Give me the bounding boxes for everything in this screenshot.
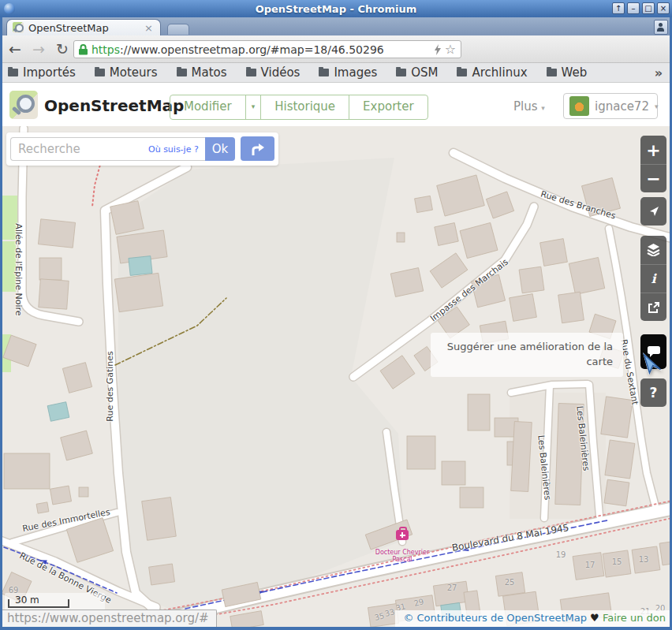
status-bubble: https://www.openstreetmap.org/# (0, 609, 217, 627)
bookmark-folder-web[interactable]: Web (547, 65, 588, 80)
house-number: 13 (639, 555, 649, 564)
turn-arrow-icon (249, 140, 267, 158)
back-icon[interactable]: ← (5, 39, 25, 59)
search-submit-button[interactable]: Ok (205, 137, 235, 161)
folder-icon (319, 69, 329, 76)
close-window-button[interactable]: × (657, 2, 670, 14)
doctor-poi-icon (396, 530, 409, 540)
bookmarks-overflow-chevron[interactable]: » (655, 65, 663, 80)
street-label: Rue des Gatines (105, 351, 115, 421)
tab-openstreetmap[interactable]: OpenStreetMap × (6, 19, 161, 35)
search-panel: Où suis-je ? Ok (6, 132, 278, 166)
contributors-link[interactable]: © Contributeurs de OpenStreetMap (403, 612, 587, 624)
folder-icon (8, 69, 18, 76)
note-button-tooltip: Suggérer une amélioration de la carte (431, 333, 623, 377)
chevron-down-icon: ▾ (541, 104, 545, 112)
locate-me-button[interactable] (640, 197, 666, 226)
where-am-i-link[interactable]: Où suis-je ? (148, 144, 199, 155)
zoom-in-button[interactable]: + (640, 136, 666, 164)
window-titlebar[interactable]: OpenStreetMap - Chromium ↑ – □ × (0, 0, 672, 17)
shade-window-button[interactable]: ↑ (612, 2, 625, 14)
history-button[interactable]: Historique (260, 95, 349, 119)
bookmark-star-icon[interactable]: ☆ (445, 42, 456, 57)
house-number: 15 (612, 557, 622, 566)
chevron-down-icon: ▾ (655, 103, 659, 110)
bolt-icon[interactable] (434, 44, 442, 55)
doctor-poi-label: Docteur ChevrierPascal (375, 549, 429, 563)
mouse-cursor (642, 352, 664, 380)
bookmark-folder-videos[interactable]: Vidéos (246, 65, 301, 80)
edit-dropdown-caret[interactable]: ▾ (245, 95, 261, 119)
osm-nav-group: Modifier ▾ Historique Exporter (170, 95, 428, 120)
minimize-button[interactable]: – (627, 2, 640, 14)
osm-favicon (13, 22, 24, 33)
forward-icon[interactable]: → (28, 39, 49, 59)
layers-icon (647, 244, 660, 256)
folder-icon (547, 69, 557, 76)
donate-link[interactable]: Faire un don (603, 612, 666, 624)
bookmarks-bar: Importés Moteurs Matos Vidéos Images OSM… (0, 63, 672, 83)
tab-close-icon[interactable]: × (143, 23, 155, 33)
https-padlock-icon (79, 44, 88, 55)
address-bar[interactable]: https://www.openstreetmap.org/#map=18/46… (73, 40, 461, 58)
maximize-button[interactable]: □ (642, 2, 655, 14)
navigation-arrow-icon (648, 205, 660, 218)
map-scale: 30 m (5, 593, 105, 610)
house-number: 17 (585, 561, 595, 569)
more-menu-button[interactable]: Plus ▾ (513, 95, 545, 120)
directions-button[interactable] (241, 136, 274, 161)
window-title: OpenStreetMap - Chromium (0, 3, 672, 15)
bookmark-folder-archlinux[interactable]: Archlinux (457, 65, 527, 80)
folder-icon (246, 69, 256, 76)
street-label: Allée de l'Epine Noire (13, 223, 24, 315)
bookmark-folder-moteurs[interactable]: Moteurs (95, 65, 158, 80)
scale-label: 30 m (15, 595, 39, 606)
map-info-button[interactable]: i (640, 264, 666, 293)
site-brand-title[interactable]: OpenStreetMap (44, 96, 184, 115)
reload-icon[interactable]: ↻ (52, 39, 73, 59)
window-border (0, 627, 672, 630)
folder-icon (177, 69, 187, 76)
heart-icon: ♥ (590, 612, 599, 624)
avatar (569, 96, 589, 116)
osm-site-header: OpenStreetMap Modifier ▾ Historique Expo… (0, 83, 672, 126)
house-number: 25 (505, 578, 515, 587)
zoom-out-button[interactable]: − (640, 164, 666, 192)
folder-icon (396, 69, 406, 76)
map-canvas[interactable]: Allée de l'Epine Noire Rue des Gatines R… (0, 126, 672, 627)
help-button[interactable]: ? (640, 378, 666, 407)
window-border (0, 17, 2, 630)
tab-strip: OpenStreetMap × (0, 17, 672, 35)
bookmark-folder-matos[interactable]: Matos (177, 65, 227, 80)
new-tab-button[interactable] (167, 24, 189, 35)
folder-icon (95, 69, 105, 76)
browser-toolbar: ← → ↻ https://www.openstreetmap.org/#map… (0, 35, 672, 63)
attribution-bar: © Contributeurs de OpenStreetMap ♥ Faire… (395, 610, 672, 627)
share-button[interactable] (640, 293, 666, 321)
osm-logo[interactable] (9, 91, 38, 119)
profile-icon[interactable] (654, 20, 668, 35)
layers-button[interactable] (640, 236, 666, 264)
url-text: https://www.openstreetmap.org/#map=18/46… (91, 43, 384, 56)
bookmark-folder-images[interactable]: Images (319, 65, 377, 80)
bookmark-folder-importes[interactable]: Importés (8, 65, 76, 80)
house-number: 19 (556, 550, 566, 559)
house-number: 27 (447, 583, 457, 592)
edit-button[interactable]: Modifier (170, 95, 245, 119)
export-button[interactable]: Exporter (349, 95, 427, 119)
user-menu-button[interactable]: ignace72 ▾ (563, 93, 658, 119)
tab-title: OpenStreetMap (28, 22, 143, 34)
share-icon (648, 301, 660, 314)
bookmark-folder-osm[interactable]: OSM (396, 65, 438, 80)
folder-icon (457, 69, 467, 76)
